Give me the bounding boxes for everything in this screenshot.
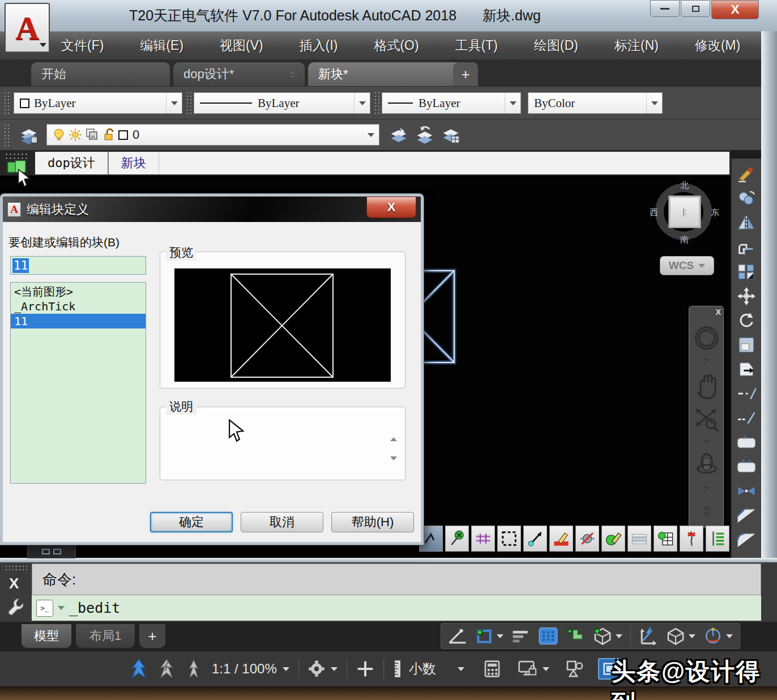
block-list-item[interactable]: <当前图形> — [11, 284, 146, 299]
dropdown-caret[interactable] — [616, 634, 622, 638]
pan-hand-icon[interactable] — [689, 370, 724, 399]
viewcube-west[interactable]: 西 — [650, 207, 658, 218]
extend-icon[interactable] — [735, 408, 758, 428]
red-highlight-pencil-icon[interactable] — [549, 526, 573, 552]
panel-divider[interactable] — [0, 558, 777, 562]
orbit-icon[interactable] — [689, 451, 724, 481]
scale-icon[interactable] — [735, 335, 758, 355]
toolbar-grip[interactable] — [374, 91, 381, 115]
viewcube-north[interactable]: 北 — [680, 180, 689, 191]
lineweight-dropdown[interactable]: ByLayer — [382, 92, 521, 114]
parallel-lines-icon[interactable] — [471, 526, 495, 552]
green-table-icon[interactable] — [654, 526, 677, 552]
annotation-visibility-icon[interactable] — [129, 658, 148, 680]
lightbulb-on-icon[interactable] — [53, 128, 65, 142]
command-input-line[interactable]: >_ _bedit — [32, 595, 761, 621]
recent-commands-caret[interactable] — [58, 606, 65, 610]
viewcube[interactable]: 北 西 东 南 |: — [654, 182, 716, 245]
layer-dropdown[interactable]: 0 — [46, 124, 379, 146]
isodraft-icon[interactable] — [566, 627, 585, 645]
layer-properties-button[interactable] — [16, 123, 42, 148]
dropdown-caret[interactable] — [166, 93, 182, 113]
break-icon[interactable] — [735, 456, 758, 477]
match-properties-icon[interactable] — [735, 164, 758, 185]
restore-button[interactable] — [681, 0, 710, 17]
annotation-scale-icon[interactable] — [185, 659, 203, 679]
magnifier-icon[interactable] — [445, 526, 469, 552]
cancel-button[interactable]: 取消 — [241, 512, 323, 532]
navbar-close-icon[interactable]: X — [716, 308, 721, 317]
menu-format[interactable]: 格式(O) — [374, 37, 419, 54]
layer-previous-button[interactable] — [412, 123, 437, 148]
fillet-icon[interactable] — [735, 530, 758, 550]
gizmo-control[interactable] — [703, 627, 733, 645]
isolate-objects-icon[interactable] — [565, 660, 584, 678]
menu-file[interactable]: 文件(F) — [61, 37, 104, 54]
mirror-icon[interactable] — [735, 213, 758, 233]
layer-states-button[interactable] — [438, 123, 463, 148]
menu-dimension[interactable]: 标注(N) — [614, 37, 659, 54]
ortho-mode-icon[interactable] — [511, 628, 531, 644]
color-dropdown[interactable]: ByLayer — [14, 92, 182, 114]
3d-object-snap-control[interactable] — [593, 627, 622, 645]
object-snap-control[interactable] — [475, 628, 503, 644]
minimize-button[interactable] — [650, 0, 680, 17]
polar-tracking-icon[interactable] — [448, 628, 467, 644]
panel-grip[interactable] — [5, 565, 28, 573]
trim-icon[interactable] — [735, 383, 758, 404]
menu-view[interactable]: 视图(V) — [220, 37, 263, 54]
dropdown-caret[interactable] — [726, 634, 733, 638]
show-more-icon[interactable] — [689, 506, 724, 517]
red-break-icon[interactable] — [680, 526, 703, 552]
stretch-icon[interactable] — [735, 359, 758, 379]
annotation-scale-control[interactable]: 1:1 / 100% — [212, 661, 289, 677]
command-history[interactable]: 命令: — [32, 564, 761, 595]
customize-wrench-icon[interactable] — [6, 597, 25, 619]
make-object-layer-current-button[interactable] — [386, 123, 411, 148]
disabled-circle-icon[interactable] — [575, 526, 599, 552]
dropdown-caret[interactable] — [689, 634, 695, 638]
navigation-wheel-icon[interactable] — [689, 326, 724, 351]
toolbar-grip[interactable] — [3, 123, 10, 147]
join-icon[interactable] — [735, 481, 758, 501]
dropdown-caret[interactable] — [497, 634, 503, 638]
viewcube-top-face[interactable]: |: — [669, 196, 701, 228]
zoom-extents-icon[interactable] — [689, 406, 724, 433]
new-layout-button[interactable]: + — [139, 624, 165, 648]
menu-draw[interactable]: 绘图(D) — [534, 37, 578, 54]
block-name-input[interactable]: 11 — [10, 256, 146, 275]
block-list-item[interactable]: _ArchTick — [11, 299, 146, 314]
array-icon[interactable] — [735, 262, 758, 282]
drawing-tab-new-block[interactable]: 新块 — [109, 152, 159, 174]
description-textarea[interactable] — [160, 407, 405, 480]
move-icon[interactable] — [735, 286, 758, 306]
wcs-button[interactable]: WCS — [660, 256, 714, 275]
scroll-up-icon[interactable] — [390, 428, 397, 438]
toolbar-grip[interactable] — [186, 91, 193, 115]
break-at-point-icon[interactable] — [735, 432, 758, 453]
dropdown-caret[interactable] — [363, 125, 379, 145]
plot-style-dropdown[interactable]: ByColor — [528, 92, 663, 114]
crosshair-plus-icon[interactable] — [356, 660, 374, 678]
toolbar-grip[interactable] — [3, 91, 10, 115]
green-pencil-icon[interactable] — [601, 526, 625, 552]
units-control[interactable]: 小数 — [393, 660, 464, 678]
new-tab-button[interactable]: + — [453, 62, 478, 86]
dropdown-caret[interactable] — [646, 93, 662, 113]
horizontal-lines-icon[interactable] — [627, 526, 651, 552]
menu-edit[interactable]: 编辑(E) — [140, 37, 183, 54]
calculator-icon[interactable] — [484, 660, 501, 678]
dropdown-caret[interactable] — [505, 93, 520, 113]
wheel-caret-icon[interactable] — [689, 358, 724, 362]
annotation-autoscale-icon[interactable] — [157, 659, 176, 679]
ok-button[interactable]: 确定 — [150, 512, 233, 532]
chamfer-icon[interactable] — [735, 505, 758, 526]
orbit-caret-icon[interactable] — [689, 486, 724, 490]
scroll-down-icon[interactable] — [390, 460, 397, 471]
block-list-item-selected[interactable]: 11 — [11, 314, 146, 328]
drawing-tab-dop[interactable]: dop设计 — [35, 152, 109, 174]
copy-icon[interactable] — [735, 189, 758, 209]
leader-arrow-icon[interactable] — [523, 526, 547, 552]
offset-icon[interactable] — [735, 237, 758, 258]
help-button[interactable]: 帮助(H) — [331, 512, 414, 532]
